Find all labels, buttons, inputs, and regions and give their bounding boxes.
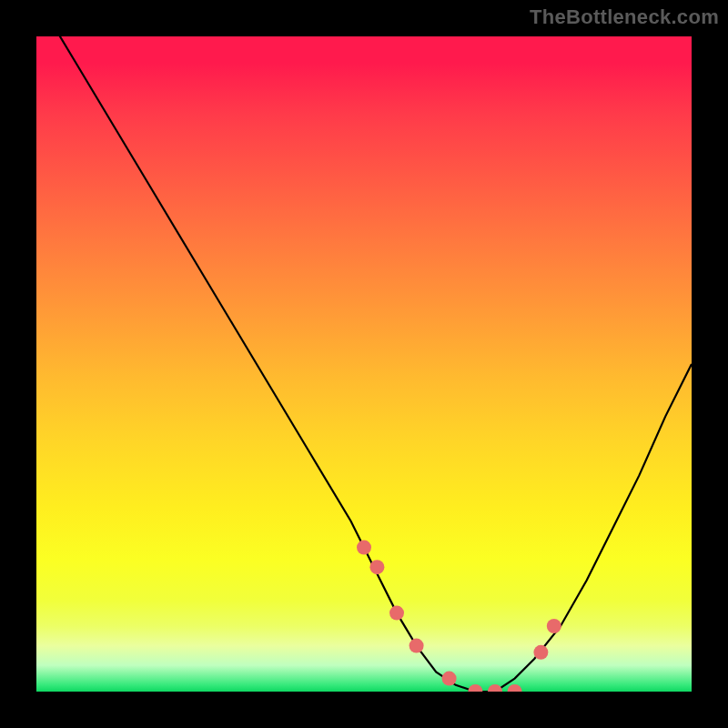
app-frame: TheBottleneck.com <box>0 0 728 728</box>
curve-marker <box>533 645 548 660</box>
curve-marker <box>389 606 404 621</box>
curve-marker <box>508 684 522 692</box>
curve-marker <box>488 684 502 692</box>
plot-area <box>36 36 692 692</box>
curve-marker <box>547 619 561 633</box>
marker-group <box>357 541 561 692</box>
curve-marker <box>442 672 457 686</box>
curve-marker <box>357 541 371 555</box>
watermark-text: TheBottleneck.com <box>530 5 719 29</box>
curve-marker <box>369 560 384 574</box>
bottleneck-curve <box>36 36 692 692</box>
bottleneck-curve-svg <box>36 36 692 692</box>
curve-marker <box>468 684 482 692</box>
curve-marker <box>410 639 424 653</box>
